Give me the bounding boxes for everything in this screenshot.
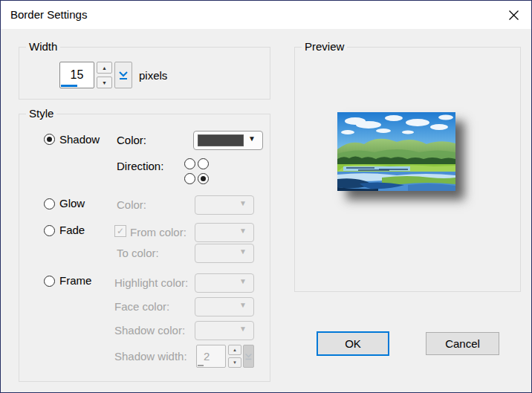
direction-bottom-right-radio[interactable] [198, 173, 209, 184]
radio-dot [47, 137, 52, 142]
direction-label: Direction: [117, 160, 163, 172]
shadow-color-swatch [198, 134, 244, 146]
dropdown-arrow-icon: ▼ [239, 199, 247, 207]
fade-radio[interactable] [44, 225, 55, 236]
dropdown-arrow-icon: ▼ [239, 325, 247, 333]
glow-radio[interactable] [44, 198, 55, 210]
up-arrow-icon: ▲ [233, 348, 237, 352]
window-title: Border Settings [10, 8, 87, 21]
direction-top-right-radio[interactable] [198, 158, 209, 169]
style-group-label: Style [26, 107, 56, 120]
glow-color-label: Color: [117, 198, 146, 211]
shadow-radio[interactable] [44, 134, 55, 145]
dropdown-arrow-icon: ▼ [239, 247, 247, 256]
dropdown-arrow-icon: ▼ [239, 277, 247, 285]
disabled-underline [198, 365, 204, 366]
ok-button[interactable]: OK [317, 331, 389, 356]
width-expand-button[interactable] [114, 62, 132, 88]
close-button[interactable] [497, 1, 531, 28]
up-arrow-icon: ▲ [102, 65, 107, 71]
down-arrow-icon: ▼ [233, 360, 237, 365]
shadow-width-spin-up-button[interactable]: ▲ [228, 345, 241, 355]
frame-radio-label: Frame [59, 274, 91, 287]
highlight-color-label: Highlight color: [114, 276, 188, 289]
cancel-button[interactable]: Cancel [426, 332, 499, 355]
chevron-down-icon [244, 353, 253, 360]
from-color-label: From color: [130, 226, 186, 238]
down-arrow-icon: ▼ [102, 80, 107, 85]
dropdown-arrow-icon: ▼ [239, 301, 247, 309]
shadow-width-value: 2 [204, 350, 210, 363]
frame-shadow-color-dropdown[interactable]: ▼ [195, 321, 254, 340]
pixels-label: pixels [139, 69, 167, 82]
glow-color-dropdown[interactable]: ▼ [195, 195, 254, 215]
to-color-label: To color: [117, 247, 159, 259]
landscape-photo [337, 112, 455, 191]
width-value: 15 [71, 68, 84, 82]
chevron-down-icon [118, 71, 129, 80]
shadow-color-label: Color: [117, 134, 146, 146]
to-color-dropdown[interactable]: ▼ [195, 244, 254, 263]
width-spinner: 15 ▲ ▼ [59, 62, 132, 88]
shadow-width-expand-button[interactable] [243, 345, 254, 368]
width-spin-up-button[interactable]: ▲ [97, 62, 112, 74]
width-spin-down-button[interactable]: ▼ [97, 77, 112, 88]
face-color-dropdown[interactable]: ▼ [195, 297, 254, 316]
shadow-width-input[interactable]: 2 [196, 345, 226, 368]
close-icon [508, 10, 519, 21]
style-group: Style Shadow Color: ▼ Direction: Glow Co… [19, 114, 270, 382]
width-group: Width 15 ▲ ▼ pixels [19, 47, 270, 100]
shadow-width-spinner: 2 ▲ ▼ [196, 345, 254, 368]
dropdown-arrow-icon: ▼ [239, 227, 247, 235]
shadow-radio-label: Shadow [59, 133, 100, 146]
glow-radio-label: Glow [59, 197, 85, 210]
preview-group: Preview [294, 47, 521, 292]
dropdown-arrow-icon: ▼ [248, 134, 256, 143]
shadow-width-spin-down-button[interactable]: ▼ [228, 357, 241, 368]
titlebar: Border Settings [1, 1, 531, 29]
from-color-checkbox[interactable]: ✓ [114, 225, 126, 237]
width-input[interactable]: 15 [59, 62, 94, 88]
shadow-color-dropdown[interactable]: ▼ [193, 131, 263, 150]
face-color-label: Face color: [114, 300, 169, 313]
from-color-dropdown[interactable]: ▼ [195, 223, 254, 242]
direction-top-left-radio[interactable] [184, 158, 195, 169]
frame-shadow-color-label: Shadow color: [114, 324, 185, 337]
accent-underline [61, 85, 77, 87]
frame-radio[interactable] [44, 276, 55, 287]
fade-radio-label: Fade [59, 224, 85, 236]
checkmark-icon: ✓ [117, 226, 124, 236]
width-group-label: Width [26, 40, 60, 53]
radio-dot [201, 176, 206, 181]
border-settings-dialog: Border Settings Width 15 ▲ ▼ pixe [0, 0, 532, 393]
highlight-color-dropdown[interactable]: ▼ [195, 273, 254, 293]
preview-group-label: Preview [302, 40, 347, 53]
preview-image [337, 112, 455, 191]
direction-bottom-left-radio[interactable] [184, 173, 195, 184]
shadow-width-label: Shadow width: [114, 350, 187, 363]
